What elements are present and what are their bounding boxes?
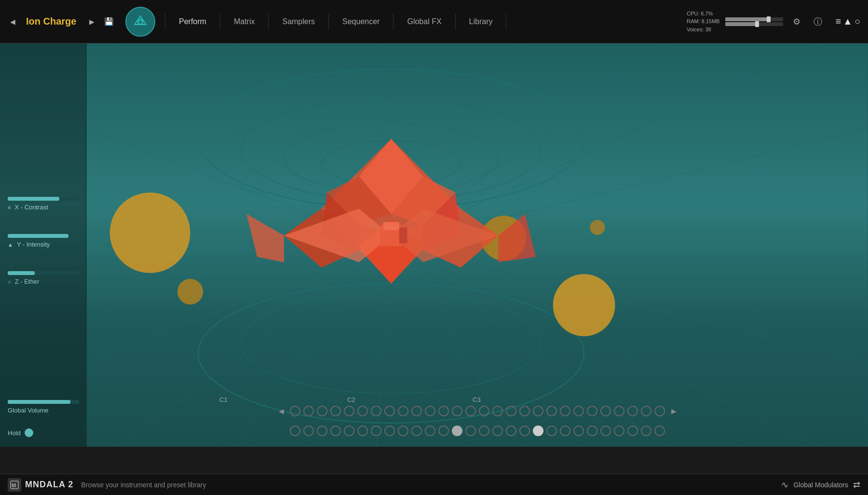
key-dot-26[interactable] (627, 406, 638, 416)
key-lower-6[interactable] (357, 426, 368, 436)
key-label-c1: C1 (219, 396, 228, 403)
key-dot-19[interactable] (533, 406, 543, 416)
key-dot-5[interactable] (344, 406, 354, 416)
key-lower-5[interactable] (344, 426, 354, 436)
info-icon[interactable]: ⓘ (810, 14, 826, 29)
top-navigation: ◀ Ion Charge ▶ 💾 Perform Matrix Samplers… (0, 0, 868, 43)
key-dot-25[interactable] (614, 406, 624, 416)
key-lower-22[interactable] (573, 426, 584, 436)
key-lower-28[interactable] (654, 426, 665, 436)
key-lower-10[interactable] (411, 426, 422, 436)
key-dot-16[interactable] (492, 406, 503, 416)
key-lower-7[interactable] (371, 426, 381, 436)
key-dot-23[interactable] (587, 406, 597, 416)
prev-preset-button[interactable]: ◀ (6, 15, 19, 28)
key-dot-2[interactable] (303, 406, 314, 416)
geo-shape-group (246, 139, 536, 284)
key-dot-12[interactable] (438, 406, 449, 416)
global-modulators-button[interactable]: Global Modulators (793, 481, 848, 489)
bottom-logo-text: MNDALA 2 (25, 480, 73, 490)
key-dot-17[interactable] (506, 406, 516, 416)
x-contrast-slider[interactable] (8, 197, 79, 201)
key-dot-20[interactable] (546, 406, 557, 416)
master-slider-thumb (767, 16, 771, 22)
shuffle-icon[interactable]: ⇄ (853, 480, 860, 490)
cpu-info: CPU: 6.7% RAM: 8.15MB Voices: 38 (687, 10, 719, 34)
preset-name: Ion Charge (23, 16, 81, 27)
key-lower-26[interactable] (627, 426, 638, 436)
key-dot-21[interactable] (560, 406, 570, 416)
key-dot-11[interactable] (425, 406, 435, 416)
bottom-bar: M MNDALA 2 Browse your instrument and pr… (0, 474, 868, 495)
key-lower-23[interactable] (587, 426, 597, 436)
key-dot-15[interactable] (479, 406, 489, 416)
global-volume-slider[interactable] (8, 400, 79, 404)
key-lower-14[interactable] (465, 426, 476, 436)
hold-button[interactable] (25, 428, 33, 437)
key-lower-17[interactable] (506, 426, 516, 436)
key-dot-8[interactable] (384, 406, 395, 416)
key-dot-1[interactable] (290, 406, 300, 416)
svg-point-32 (177, 279, 203, 304)
tab-sequencer[interactable]: Sequencer (329, 14, 393, 30)
settings-icon[interactable]: ⚙ (789, 14, 804, 29)
key-lower-20[interactable] (546, 426, 557, 436)
x-contrast-fill (8, 197, 59, 201)
master-volume-slider[interactable] (725, 17, 783, 26)
nav-right: CPU: 6.7% RAM: 8.15MB Voices: 38 ⚙ ⓘ ≡▲○ (687, 10, 862, 34)
key-lower-21[interactable] (560, 426, 570, 436)
y-intensity-slider[interactable] (8, 234, 79, 238)
global-volume-label: Global Volume (8, 407, 79, 414)
tab-matrix[interactable]: Matrix (220, 14, 269, 30)
key-dot-13[interactable] (452, 406, 462, 416)
z-ether-slider[interactable] (8, 271, 79, 275)
key-dot-7[interactable] (371, 406, 381, 416)
key-lower-13[interactable] (452, 426, 462, 436)
keyboard-left-arrow[interactable]: ◀ (275, 405, 287, 417)
key-lower-12[interactable] (438, 426, 449, 436)
keyboard-right-arrow[interactable]: ▶ (668, 405, 679, 417)
key-dot-3[interactable] (317, 406, 327, 416)
key-lower-18[interactable] (519, 426, 530, 436)
key-lower-9[interactable] (398, 426, 408, 436)
key-dot-18[interactable] (519, 406, 530, 416)
key-dot-24[interactable] (600, 406, 611, 416)
tab-globalfx[interactable]: Global FX (393, 14, 455, 30)
key-dot-27[interactable] (641, 406, 651, 416)
key-dot-6[interactable] (357, 406, 368, 416)
global-volume-fill (8, 400, 70, 404)
master-slider-fill (725, 17, 769, 21)
key-lower-24[interactable] (600, 426, 611, 436)
key-dot-14[interactable] (465, 406, 476, 416)
key-lower-11[interactable] (425, 426, 435, 436)
key-row-upper: ◀ (87, 405, 868, 417)
save-button[interactable]: 💾 (102, 15, 116, 28)
key-lower-3[interactable] (317, 426, 327, 436)
tab-library[interactable]: Library (456, 14, 507, 30)
key-dot-4[interactable] (330, 406, 341, 416)
tunnel-svg (0, 43, 868, 447)
svg-point-34 (590, 220, 605, 235)
key-lower-27[interactable] (641, 426, 651, 436)
key-lower-16[interactable] (492, 426, 503, 436)
key-lower-8[interactable] (384, 426, 395, 436)
key-lower-1[interactable] (290, 426, 300, 436)
brand-icon: ≡▲○ (835, 16, 862, 27)
bottom-browse-text[interactable]: Browse your instrument and preset librar… (81, 481, 206, 489)
left-panel: ≡ X - Contrast ▲ Y - Intensity ○ (0, 43, 87, 447)
x-contrast-icon: ≡ (8, 205, 11, 210)
key-lower-4[interactable] (330, 426, 341, 436)
tab-samplers[interactable]: Samplers (269, 14, 329, 30)
key-dot-10[interactable] (411, 406, 422, 416)
key-lower-25[interactable] (614, 426, 624, 436)
global-volume-text: Global Volume (8, 407, 49, 414)
next-preset-button[interactable]: ▶ (85, 15, 98, 28)
key-lower-2[interactable] (303, 426, 314, 436)
key-lower-19[interactable] (533, 426, 543, 436)
key-row-lower (87, 426, 868, 436)
key-dot-28[interactable] (654, 406, 665, 416)
key-dot-9[interactable] (398, 406, 408, 416)
tab-perform[interactable]: Perform (165, 14, 220, 30)
key-lower-15[interactable] (479, 426, 489, 436)
key-dot-22[interactable] (573, 406, 584, 416)
